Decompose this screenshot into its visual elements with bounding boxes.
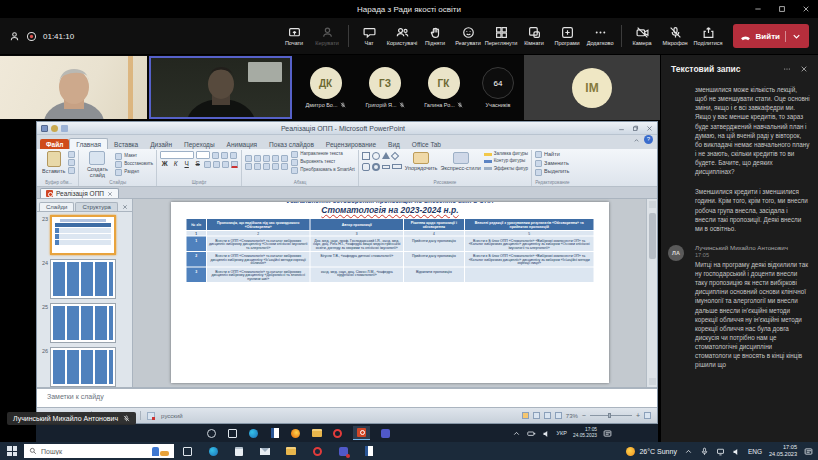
task-view-button[interactable] [174, 442, 200, 460]
taskbar-search[interactable] [24, 444, 174, 458]
slide-thumbnail[interactable] [50, 259, 116, 299]
notes-pane[interactable]: Заметки к слайду [37, 387, 657, 407]
tab-review[interactable]: Рецензирование [320, 139, 382, 149]
reading-view-icon[interactable] [544, 412, 551, 419]
edge-button[interactable] [200, 442, 226, 460]
document-tab[interactable]: Реалізація ОПП [40, 188, 119, 198]
align-right-icon[interactable] [263, 163, 270, 170]
rooms-button[interactable]: Кімнати [518, 26, 551, 46]
font-color-icon[interactable] [231, 161, 238, 168]
text-shadow-icon[interactable] [204, 161, 211, 168]
indent-decrease-icon[interactable] [263, 155, 270, 162]
quick-styles-icon[interactable] [453, 152, 469, 164]
opera-button[interactable] [304, 442, 330, 460]
paste-icon[interactable] [47, 151, 61, 167]
change-case-icon[interactable] [222, 161, 229, 168]
slideshow-view-icon[interactable] [555, 412, 562, 419]
line-spacing-icon[interactable] [281, 155, 288, 162]
tab-slideshow[interactable]: Показ слайдов [263, 139, 320, 149]
weather-widget[interactable]: 26°C Sunny [626, 447, 676, 456]
smartart-button[interactable]: Преобразовать в SmartArt [291, 167, 355, 174]
reset-button[interactable]: Восстановить [115, 161, 153, 168]
transcript-body[interactable]: зменшилися може кількість лекцій, щоб не… [661, 81, 818, 442]
shape-line-icon[interactable] [382, 165, 390, 169]
raise-hand-button[interactable]: Підняти [419, 26, 452, 46]
view-button[interactable]: Переглянути [485, 26, 518, 46]
shape-outline-button[interactable]: Контур фигуры [484, 158, 528, 164]
redo-icon[interactable] [61, 125, 68, 132]
bold-button[interactable]: Ж [160, 161, 169, 168]
zoom-in-button[interactable]: + [636, 412, 640, 419]
network-icon[interactable] [716, 447, 725, 456]
shape-diamond-icon[interactable] [391, 152, 399, 160]
panel-tab-outline[interactable]: Структура [75, 202, 117, 211]
tab-office-tab[interactable]: Office Tab [406, 139, 447, 149]
section-button[interactable]: Раздел [115, 169, 153, 176]
presenter-tile[interactable]: ІМ [524, 55, 660, 120]
tray-expand-icon[interactable] [684, 447, 693, 456]
tab-file[interactable]: Файл [40, 139, 69, 149]
bullets-icon[interactable] [245, 155, 252, 162]
numbering-icon[interactable] [254, 155, 261, 162]
teams-button[interactable] [330, 442, 356, 460]
minimize-ribbon-icon[interactable] [633, 130, 640, 148]
shape-effects-button[interactable]: Эффекты фигур [484, 166, 528, 172]
cut-icon[interactable] [68, 151, 75, 158]
tray-mic-icon[interactable] [700, 447, 709, 456]
action-center-icon[interactable] [804, 447, 813, 456]
char-spacing-icon[interactable] [213, 161, 220, 168]
ppt-minimize-icon[interactable] [618, 125, 625, 132]
normal-view-icon[interactable] [522, 412, 529, 419]
start-button[interactable] [0, 442, 24, 460]
italic-button[interactable]: К [171, 161, 180, 168]
layout-button[interactable]: Макет [115, 153, 153, 160]
select-button[interactable]: Выделить [535, 168, 569, 176]
arrange-button[interactable]: Упорядочить [405, 165, 438, 171]
search-input[interactable] [41, 448, 111, 455]
tab-view[interactable]: Вид [382, 139, 406, 149]
language-indicator[interactable]: ENG [748, 448, 762, 455]
scroll-down-arrow[interactable] [649, 378, 656, 385]
scroll-up-arrow[interactable] [649, 201, 656, 208]
tab-transitions[interactable]: Переходы [178, 139, 221, 149]
slide-thumbnail[interactable] [50, 347, 116, 387]
slide-thumbnail[interactable] [50, 303, 116, 343]
react-button[interactable]: Реагувати [452, 26, 485, 46]
mail-button[interactable] [252, 442, 278, 460]
close-button[interactable] [794, 0, 818, 18]
slide-thumbnail-row[interactable]: 26 [39, 347, 130, 387]
store-button[interactable] [226, 442, 252, 460]
close-tab-icon[interactable] [107, 191, 113, 197]
start-button[interactable]: Почати [278, 26, 311, 46]
shape-rounded-icon[interactable] [362, 163, 370, 171]
spellcheck-icon[interactable] [147, 412, 155, 420]
more-button[interactable]: Додатково [584, 26, 617, 46]
clear-format-icon[interactable] [230, 152, 237, 159]
slide-thumbnail-selected[interactable] [50, 215, 116, 255]
arrange-icon[interactable] [413, 152, 429, 164]
replace-button[interactable]: Заменить [535, 160, 569, 168]
language-indicator[interactable]: русский [161, 413, 183, 419]
justify-icon[interactable] [272, 163, 279, 170]
undo-icon[interactable] [51, 125, 58, 132]
find-button[interactable]: Найти [535, 151, 569, 159]
align-left-icon[interactable] [245, 163, 252, 170]
minimize-button[interactable] [746, 0, 770, 18]
zoom-slider-thumb[interactable] [608, 413, 611, 418]
new-slide-icon[interactable] [89, 151, 105, 165]
tab-insert[interactable]: Вставка [108, 139, 144, 149]
leave-options-button[interactable] [785, 31, 802, 42]
copy-icon[interactable] [68, 159, 75, 166]
mic-button[interactable]: Мікрофон [659, 26, 692, 46]
camera-button[interactable]: Камера [626, 26, 659, 46]
shape-rect-icon[interactable] [362, 152, 370, 160]
participants-button[interactable]: Користувачі [386, 26, 419, 46]
explorer-button[interactable] [278, 442, 304, 460]
panel-tab-slides[interactable]: Слайди [39, 202, 74, 211]
quick-styles-button[interactable]: Экспресс-стили [440, 165, 480, 171]
scrollbar-thumb[interactable] [649, 213, 656, 259]
text-direction-button[interactable]: Направление текста [291, 151, 355, 158]
slide-thumbnail-row[interactable]: 25 [39, 303, 130, 343]
close-panel-button[interactable] [120, 203, 130, 211]
shape-donut-icon[interactable] [372, 163, 380, 171]
